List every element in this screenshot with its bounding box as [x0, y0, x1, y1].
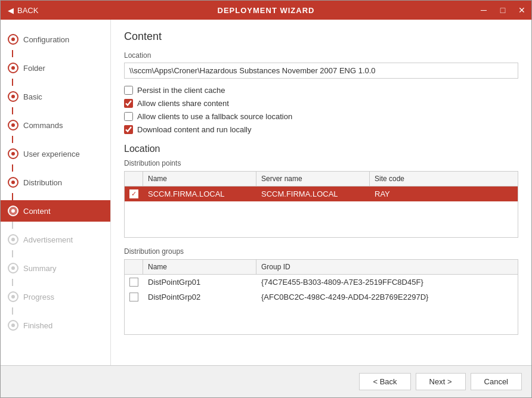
sidebar-item-advertisement[interactable]: Advertisement	[1, 229, 110, 250]
allow-share-checkbox[interactable]	[124, 99, 133, 108]
close-button[interactable]: ✕	[512, 1, 531, 20]
back-nav-button[interactable]: ◀ BACK	[1, 1, 45, 20]
empty-rows	[125, 201, 518, 237]
step-circle	[8, 234, 18, 245]
row-site: RAY	[369, 186, 518, 201]
step-connector	[12, 250, 13, 257]
th-check	[125, 260, 143, 274]
sidebar-item-label: Advertisement	[23, 235, 73, 244]
sidebar: Configuration Folder Basic Commands	[1, 20, 111, 365]
sidebar-item-finished[interactable]: Finished	[1, 315, 110, 336]
step-connector	[12, 107, 13, 114]
persist-label: Persist in the client cache	[137, 86, 225, 95]
step-connector	[12, 50, 13, 57]
fallback-label: Allow clients to use a fallback source l…	[137, 112, 292, 121]
sidebar-item-progress[interactable]: Progress	[1, 286, 110, 307]
step-circle	[8, 120, 18, 130]
row-check[interactable]	[125, 275, 143, 290]
step-connector	[12, 79, 13, 86]
sidebar-item-label: Content	[23, 207, 51, 216]
step-circle	[8, 148, 18, 159]
location-input[interactable]	[124, 63, 518, 79]
sidebar-item-basic[interactable]: Basic	[1, 86, 110, 107]
checkbox-icon	[129, 278, 138, 287]
sidebar-item-configuration[interactable]: Configuration	[1, 29, 110, 50]
row-check[interactable]	[125, 290, 143, 304]
row-check[interactable]: ✓	[125, 186, 143, 201]
sidebar-item-commands[interactable]: Commands	[1, 114, 110, 136]
download-local-label: Download content and run locally	[137, 125, 252, 134]
dist-groups-header: Name Group ID	[125, 260, 518, 275]
row-group-name: DistPointGrp02	[143, 290, 256, 304]
maximize-button[interactable]: □	[493, 1, 512, 20]
dist-points-body: ✓ SCCM.FIRMA.LOCAL SCCM.FIRMA.LOCAL RAY	[125, 186, 518, 237]
th-name: Name	[143, 172, 256, 186]
sidebar-item-label: Basic	[23, 92, 42, 101]
th-server-name: Server name	[256, 172, 369, 186]
sidebar-item-label: Folder	[23, 64, 45, 73]
sidebar-item-label: User experience	[23, 150, 80, 158]
content-panel: Content Location Persist in the client c…	[111, 20, 531, 365]
dist-groups-body: DistPointGrp01 {74C7E455-B303-4809-A7E3-…	[125, 275, 518, 334]
table-row[interactable]: DistPointGrp02 {AFC0BC2C-498C-4249-ADD4-…	[125, 290, 518, 304]
step-connector	[12, 164, 13, 172]
download-local-checkbox[interactable]	[124, 125, 133, 134]
window-controls: ─ □ ✕	[474, 1, 531, 20]
th-group-name: Name	[143, 260, 256, 274]
allow-share-label: Allow clients share content	[137, 99, 229, 108]
row-group-id: {AFC0BC2C-498C-4249-ADD4-22B769E2297D}	[256, 290, 518, 304]
cancel-button[interactable]: Cancel	[471, 373, 522, 390]
persist-checkbox-row[interactable]: Persist in the client cache	[124, 86, 518, 95]
sidebar-item-distribution[interactable]: Distribution	[1, 172, 110, 193]
sidebar-item-label: Distribution	[23, 178, 62, 187]
sidebar-item-folder[interactable]: Folder	[1, 57, 110, 79]
step-circle	[8, 91, 18, 102]
fallback-checkbox-row[interactable]: Allow clients to use a fallback source l…	[124, 112, 518, 121]
dist-points-table: Name Server name Site code ✓ SCCM.FIRMA.…	[124, 171, 518, 238]
row-group-name: DistPointGrp01	[143, 275, 256, 290]
sidebar-item-label: Configuration	[23, 35, 69, 44]
download-local-checkbox-row[interactable]: Download content and run locally	[124, 125, 518, 134]
checkbox-icon	[129, 293, 138, 301]
sidebar-item-label: Summary	[23, 264, 57, 273]
th-check	[125, 172, 143, 186]
persist-checkbox[interactable]	[124, 86, 133, 95]
sidebar-item-summary[interactable]: Summary	[1, 257, 110, 279]
title-bar: ◀ BACK DEPLOYMENT WIZARD ─ □ ✕	[1, 1, 531, 20]
checkbox-icon: ✓	[129, 189, 138, 198]
th-group-id: Group ID	[256, 260, 518, 274]
sidebar-item-content[interactable]: Content	[1, 200, 110, 222]
dist-points-label: Distribution points	[124, 159, 518, 167]
allow-share-checkbox-row[interactable]: Allow clients share content	[124, 99, 518, 108]
dist-points-header: Name Server name Site code	[125, 172, 518, 186]
step-circle	[8, 263, 18, 273]
step-circle	[8, 63, 18, 73]
row-group-id: {74C7E455-B303-4809-A7E3-2519FFC8D45F}	[256, 275, 518, 290]
table-row[interactable]: ✓ SCCM.FIRMA.LOCAL SCCM.FIRMA.LOCAL RAY	[125, 186, 518, 201]
row-server: SCCM.FIRMA.LOCAL	[256, 186, 369, 201]
step-connector	[12, 193, 13, 200]
next-button[interactable]: Next >	[416, 373, 466, 390]
step-connector	[12, 136, 13, 143]
minimize-button[interactable]: ─	[474, 1, 493, 20]
step-circle	[8, 291, 18, 302]
row-name: SCCM.FIRMA.LOCAL	[143, 186, 256, 201]
sidebar-item-label: Finished	[23, 321, 52, 330]
location-label: Location	[124, 51, 518, 60]
sidebar-item-label: Progress	[23, 293, 54, 301]
back-arrow-icon: ◀	[8, 6, 14, 15]
step-circle	[8, 320, 18, 331]
location-section-title: Location	[124, 144, 518, 154]
sidebar-item-user-experience[interactable]: User experience	[1, 143, 110, 164]
fallback-checkbox[interactable]	[124, 112, 133, 121]
dist-groups-label: Distribution groups	[124, 247, 518, 256]
table-row[interactable]: DistPointGrp01 {74C7E455-B303-4809-A7E3-…	[125, 275, 518, 290]
step-circle	[8, 34, 18, 45]
bottom-bar: < Back Next > Cancel	[1, 365, 531, 397]
back-label: BACK	[17, 6, 38, 15]
th-site-code: Site code	[369, 172, 518, 186]
back-button[interactable]: < Back	[359, 373, 410, 390]
step-circle	[8, 206, 18, 216]
step-connector	[12, 222, 13, 229]
sidebar-item-label: Commands	[23, 121, 63, 130]
